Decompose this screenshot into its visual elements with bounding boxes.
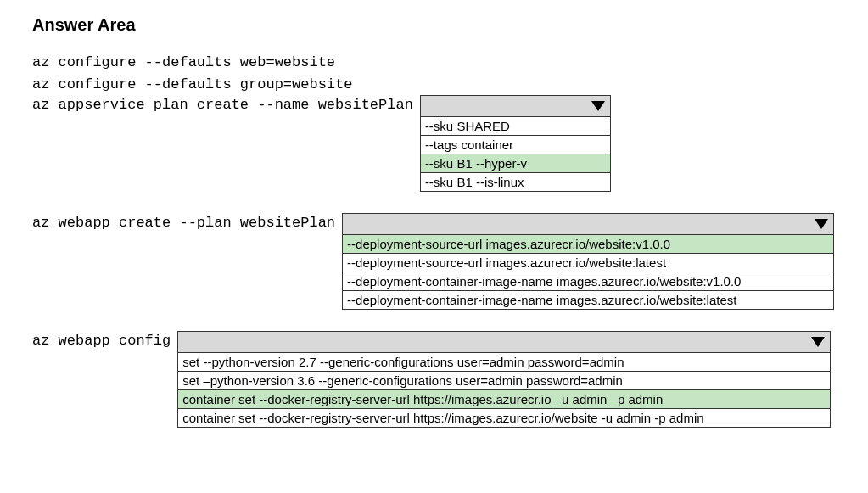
dropdown-3: set --python-version 2.7 --generic-confi… bbox=[177, 331, 831, 428]
page-title: Answer Area bbox=[32, 15, 836, 35]
dropdown-option[interactable]: set –python-version 3.6 --generic-config… bbox=[178, 372, 830, 390]
dropdown-2-options: --deployment-source-url images.azurecr.i… bbox=[342, 235, 834, 310]
dropdown-option[interactable]: --sku SHARED bbox=[421, 117, 610, 136]
cmd-prefix-2: az webapp create --plan websitePlan bbox=[32, 213, 342, 231]
dropdown-2: --deployment-source-url images.azurecr.i… bbox=[342, 213, 834, 310]
dropdown-1: --sku SHARED--tags container--sku B1 --h… bbox=[420, 95, 611, 192]
dropdown-option[interactable]: --deployment-source-url images.azurecr.i… bbox=[343, 235, 833, 254]
dropdown-option[interactable]: set --python-version 2.7 --generic-confi… bbox=[178, 353, 830, 372]
dropdown-option[interactable]: --deployment-source-url images.azurecr.i… bbox=[343, 254, 833, 272]
dropdown-option[interactable]: container set --docker-registry-server-u… bbox=[178, 409, 830, 427]
dropdown-option[interactable]: --sku B1 --is-linux bbox=[421, 173, 610, 191]
dropdown-arrow-icon bbox=[811, 215, 832, 233]
dropdown-option[interactable]: --sku B1 --hyper-v bbox=[421, 154, 610, 173]
code-line-1: az configure --defaults web=website bbox=[32, 52, 836, 74]
dropdown-arrow-icon bbox=[808, 333, 828, 351]
dropdown-option[interactable]: container set --docker-registry-server-u… bbox=[178, 390, 830, 409]
dropdown-3-header[interactable] bbox=[177, 331, 831, 353]
dropdown-option[interactable]: --tags container bbox=[421, 136, 610, 154]
dropdown-3-options: set --python-version 2.7 --generic-confi… bbox=[177, 353, 831, 428]
cmd-prefix-1: az appservice plan create --name website… bbox=[32, 95, 420, 113]
dropdown-arrow-icon bbox=[588, 97, 608, 115]
dropdown-2-header[interactable] bbox=[342, 213, 834, 235]
dropdown-1-options: --sku SHARED--tags container--sku B1 --h… bbox=[420, 117, 611, 192]
dropdown-1-header[interactable] bbox=[420, 95, 611, 117]
code-line-2: az configure --defaults group=website bbox=[32, 74, 836, 96]
cmd-prefix-3: az webapp config bbox=[32, 331, 177, 349]
dropdown-option[interactable]: --deployment-container-image-name images… bbox=[343, 272, 833, 291]
dropdown-option[interactable]: --deployment-container-image-name images… bbox=[343, 291, 833, 309]
